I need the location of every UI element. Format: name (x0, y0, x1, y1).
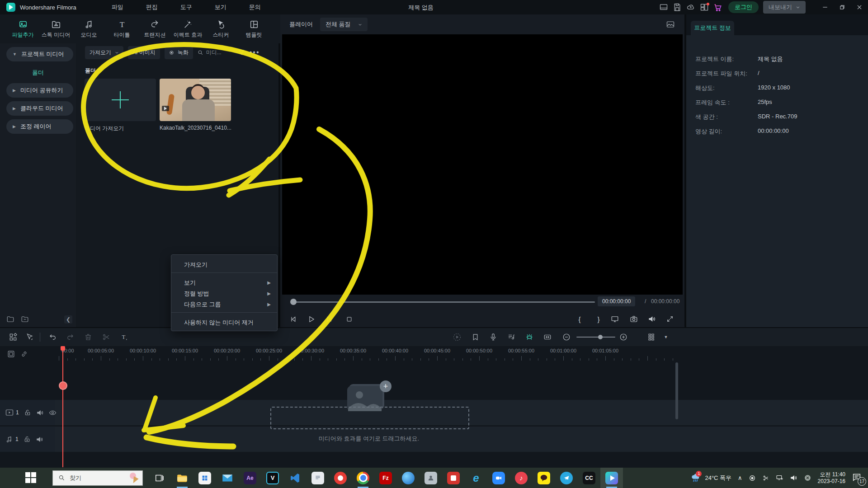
zoom-icon[interactable] (487, 468, 510, 488)
sidebar-item-cloud-media[interactable]: ▶클라우드 미디어 (6, 101, 73, 116)
track-manager-caret-icon[interactable]: ▼ (660, 331, 672, 343)
compare-view-icon[interactable] (666, 21, 675, 28)
tab-project-info[interactable]: 프로젝트 정보 (691, 21, 734, 35)
voiceover-mic-icon[interactable] (487, 331, 499, 343)
audio-mixer-icon[interactable] (505, 331, 517, 343)
quality-dropdown[interactable]: 전체 품질 (320, 18, 368, 31)
tab-audio[interactable]: 오디오 (72, 14, 105, 43)
timeline-drop-zone[interactable] (270, 407, 469, 429)
smart-tool-icon[interactable] (524, 331, 535, 343)
link-clips-icon[interactable] (20, 350, 28, 358)
playhead-head[interactable] (61, 346, 65, 351)
save-icon[interactable] (670, 2, 684, 13)
display-device-button[interactable] (609, 313, 621, 325)
playhead-knob[interactable] (59, 381, 67, 390)
workspace-icon[interactable] (657, 2, 670, 13)
marker-icon[interactable] (469, 331, 481, 343)
zoom-out-icon[interactable] (561, 331, 572, 343)
file-explorer-icon[interactable] (171, 468, 193, 488)
tray-expand-icon[interactable]: ∧ (738, 474, 742, 481)
seek-bar[interactable]: 00:00:00:00 / 00:00:00:00 (280, 295, 684, 309)
delete-icon[interactable] (82, 331, 94, 343)
menu-file[interactable]: 파일 (104, 1, 132, 13)
login-button[interactable]: 로그인 (728, 1, 759, 13)
timeline-ruler[interactable]: 00:00 00:00:05:00 00:00:10:00 00:00:15:0… (0, 346, 868, 361)
sidebar-item-project-media[interactable]: ▼프로젝트 미디어 (6, 47, 73, 61)
next-frame-button[interactable] (323, 313, 335, 325)
select-tool-icon[interactable] (24, 331, 35, 343)
zoom-slider-handle[interactable] (598, 335, 603, 339)
layout-icon[interactable] (698, 2, 711, 13)
tab-add-files[interactable]: 파일추가 (6, 14, 39, 43)
menu-help[interactable]: 문의 (241, 1, 269, 13)
ai-image-button[interactable]: AI 이미지 (128, 46, 160, 59)
delete-folder-icon[interactable] (21, 315, 29, 323)
import-dropdown-button[interactable]: 가져오기 (85, 46, 123, 59)
hide-track-eye-icon[interactable] (49, 409, 57, 417)
tab-transitions[interactable]: 트랜지션 (138, 14, 171, 43)
track-manager-icon[interactable] (646, 331, 657, 343)
tab-effects[interactable]: 이펙트 효과 (171, 14, 204, 43)
filezilla-icon[interactable]: Fz (374, 468, 397, 488)
tab-templates[interactable]: 템플릿 (237, 14, 270, 43)
quick-layout-icon[interactable] (7, 331, 19, 343)
volume-tray-icon[interactable] (790, 474, 797, 482)
network-tray-icon[interactable] (776, 474, 783, 482)
stop-button[interactable] (343, 313, 355, 325)
capcut-icon[interactable]: CC (578, 468, 600, 488)
cart-icon[interactable] (711, 2, 725, 13)
filter-icon[interactable] (238, 49, 245, 56)
play-button[interactable] (305, 313, 317, 325)
record-button[interactable]: 녹화 (165, 46, 193, 59)
undo-icon[interactable] (47, 331, 59, 343)
volume-button[interactable] (646, 313, 658, 325)
media-search-input[interactable]: 미디... (198, 49, 222, 56)
minimize-button[interactable] (816, 0, 834, 14)
red-utility-icon[interactable] (442, 468, 465, 488)
mail-icon[interactable] (216, 468, 239, 488)
action-center-icon[interactable]: 17 (852, 472, 863, 484)
mute-track-icon[interactable] (36, 409, 44, 417)
audio-track[interactable]: 1 (0, 427, 868, 452)
lock-icon[interactable] (24, 409, 31, 416)
kakaotalk-icon[interactable] (533, 468, 555, 488)
export-button[interactable]: 내보내기 (763, 1, 806, 14)
weather-widget[interactable]: 1 24°C 폭우 (690, 473, 731, 483)
dismiss-tray-icon[interactable] (804, 474, 811, 482)
cloud-upload-icon[interactable] (684, 2, 698, 13)
ctx-group-by[interactable]: 다음으로 그룹 (184, 300, 221, 309)
lock-icon[interactable] (24, 436, 31, 443)
edge-sphere-icon[interactable] (397, 468, 420, 488)
new-folder-icon[interactable] (6, 315, 14, 323)
seek-handle[interactable] (290, 299, 297, 305)
remote-user-icon[interactable] (420, 468, 442, 488)
video-preview[interactable] (282, 34, 683, 295)
snapshot-button[interactable] (627, 313, 640, 325)
sidebar-item-shared-media[interactable]: ▶미디어 공유하기 (6, 83, 73, 98)
more-options-icon[interactable]: ••• (250, 48, 260, 56)
snip-tray-icon[interactable] (762, 474, 769, 482)
internet-explorer-icon[interactable]: e (465, 468, 487, 488)
mark-out-button[interactable]: } (592, 313, 605, 325)
split-scissors-icon[interactable] (100, 331, 112, 343)
taskbar-search-input[interactable]: 찾기 (52, 470, 143, 486)
media-clip-thumbnail[interactable] (160, 79, 231, 121)
mark-in-button[interactable]: { (573, 313, 586, 325)
menu-view[interactable]: 보기 (207, 1, 235, 13)
taskbar-clock[interactable]: 오전 11:40 2023-07-16 (818, 471, 845, 485)
prev-frame-button[interactable] (287, 313, 299, 325)
render-preview-icon[interactable] (451, 331, 463, 343)
vegas-icon[interactable]: V (261, 468, 284, 488)
microsoft-store-icon[interactable] (193, 468, 216, 488)
chrome-icon[interactable] (352, 468, 374, 488)
ctx-view[interactable]: 보기 (184, 279, 196, 287)
task-view-icon[interactable] (148, 468, 171, 488)
current-timecode[interactable]: 00:00:00:00 (598, 296, 635, 306)
restore-button[interactable] (834, 0, 851, 14)
sidebar-item-folder[interactable]: 폴더 (0, 69, 76, 77)
menu-tools[interactable]: 도구 (172, 1, 200, 13)
mute-track-icon[interactable] (36, 436, 43, 443)
vscode-icon[interactable] (284, 468, 307, 488)
notepad-icon[interactable] (307, 468, 329, 488)
playhead-line[interactable] (62, 346, 63, 467)
